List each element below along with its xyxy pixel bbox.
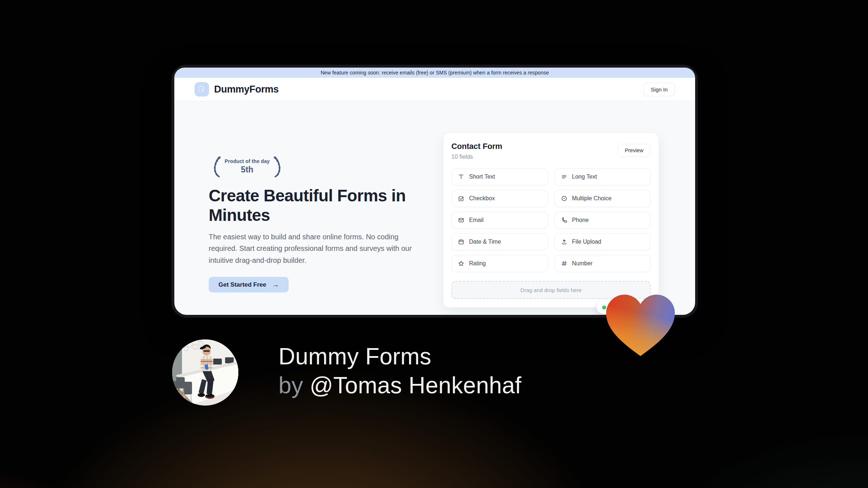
email-icon	[458, 217, 464, 223]
upload-icon	[561, 239, 567, 245]
field-type-label: Phone	[572, 217, 589, 223]
badge-text: Product of the day 5th	[225, 158, 270, 175]
brand[interactable]: DummyForms	[195, 82, 279, 97]
calendar-icon	[458, 239, 464, 245]
field-type-rating[interactable]: Rating	[451, 255, 548, 272]
announcement-banner: New feature coming soon: receive emails …	[174, 68, 695, 78]
dummyforms-logo-icon	[195, 82, 209, 97]
badge-line2: 5th	[225, 165, 270, 174]
avatar	[172, 339, 238, 406]
form-builder-card: Contact Form 10 fields Preview Short Tex…	[443, 133, 659, 308]
star-icon	[458, 260, 464, 267]
field-type-label: Number	[572, 260, 593, 267]
preview-button[interactable]: Preview	[617, 144, 651, 157]
field-type-label: Date & Time	[469, 239, 501, 245]
long-text-icon	[561, 174, 567, 180]
hash-icon	[561, 260, 567, 267]
hero-subheading: The easiest way to build and share onlin…	[209, 231, 418, 266]
badge-line1: Product of the day	[225, 158, 270, 164]
brand-name: DummyForms	[214, 84, 279, 95]
field-type-label: Short Text	[469, 174, 495, 180]
field-type-grid: Short Text Long Text Checkbox	[451, 168, 651, 272]
caption-by: by	[278, 372, 310, 398]
checkbox-icon	[458, 195, 464, 202]
phone-icon	[561, 217, 567, 223]
field-type-label: Rating	[469, 260, 486, 267]
field-type-label: Multiple Choice	[572, 195, 612, 202]
announcement-text: New feature coming soon: receive emails …	[320, 70, 549, 76]
get-started-label: Get Started Free	[218, 281, 266, 288]
browser-window: New feature coming soon: receive emails …	[174, 68, 695, 315]
field-type-short-text[interactable]: Short Text	[451, 168, 548, 185]
caption-byline: by @Tomas Henkenhaf	[278, 371, 522, 400]
arrow-right-icon: →	[272, 281, 279, 289]
field-type-label: Long Text	[572, 174, 597, 180]
status-dot-icon	[602, 305, 606, 309]
field-type-file-upload[interactable]: File Upload	[554, 233, 651, 251]
get-started-button[interactable]: Get Started Free →	[209, 277, 289, 292]
caption: Dummy Forms by @Tomas Henkenhaf	[278, 342, 522, 400]
heart-icon	[606, 294, 675, 358]
sign-in-button[interactable]: Sign In	[643, 83, 675, 96]
multiple-choice-icon	[561, 195, 567, 202]
laurel-left-icon	[209, 154, 222, 178]
caption-title: Dummy Forms	[278, 342, 522, 371]
field-type-label: File Upload	[572, 239, 601, 245]
hero-section: Product of the day 5th	[209, 154, 420, 292]
field-type-number[interactable]: Number	[554, 255, 651, 272]
hero-heading: Create Beautiful Forms in Minutes	[209, 186, 420, 225]
field-type-date-time[interactable]: Date & Time	[451, 233, 548, 251]
field-type-label: Email	[469, 217, 484, 223]
top-navbar: DummyForms Sign In	[174, 78, 695, 101]
promo-canvas: New feature coming soon: receive emails …	[0, 0, 868, 488]
caption-author: @Tomas Henkenhaf	[310, 372, 522, 398]
field-type-email[interactable]: Email	[451, 211, 548, 229]
field-type-checkbox[interactable]: Checkbox	[451, 190, 548, 207]
product-of-the-day-badge: Product of the day 5th	[209, 154, 420, 178]
short-text-icon	[458, 174, 464, 180]
field-type-multiple-choice[interactable]: Multiple Choice	[554, 190, 651, 207]
field-type-label: Checkbox	[469, 195, 495, 202]
field-type-phone[interactable]: Phone	[554, 211, 651, 229]
field-type-long-text[interactable]: Long Text	[554, 168, 651, 185]
laurel-right-icon	[273, 154, 286, 178]
dropzone-text: Drag and drop fields here	[520, 287, 582, 293]
